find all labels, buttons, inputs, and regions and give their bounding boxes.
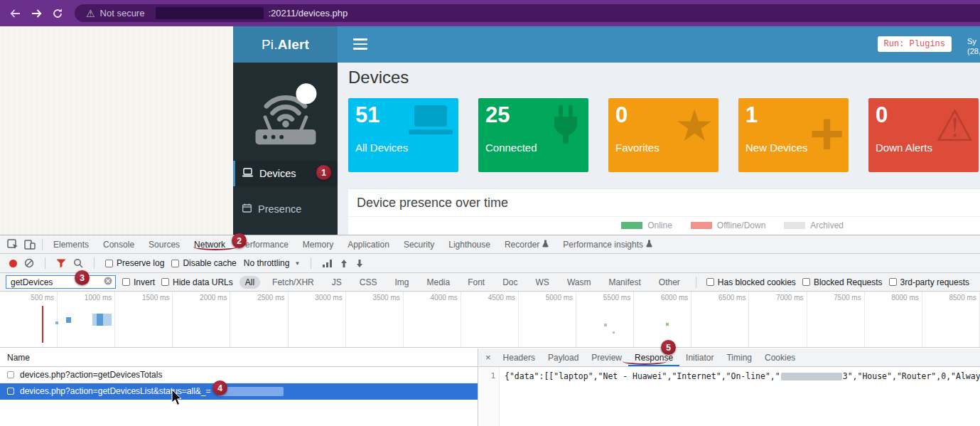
filter-pill-media[interactable]: Media xyxy=(421,276,456,289)
device-toolbar-icon[interactable] xyxy=(21,240,38,250)
sidebar-item-presence[interactable]: Presence xyxy=(233,196,338,222)
filter-pill-wasm[interactable]: Wasm xyxy=(561,276,597,289)
annotation-badge-3: 3 xyxy=(75,270,90,285)
divider xyxy=(94,257,95,269)
checkbox[interactable] xyxy=(171,260,179,267)
throttling-dropdown[interactable]: No throttling ▼ xyxy=(244,258,301,268)
tab-label: Timing xyxy=(726,353,752,363)
page-title: Devices xyxy=(348,68,980,87)
tab-headers[interactable]: Headers xyxy=(497,348,542,366)
legend-swatch-offline xyxy=(691,222,712,229)
forward-icon[interactable] xyxy=(31,8,43,19)
tab-application[interactable]: Application xyxy=(340,235,397,253)
stat-card-all-devices[interactable]: 51 All Devices xyxy=(348,98,458,172)
checkbox[interactable] xyxy=(161,278,169,286)
filter-pill-img[interactable]: Img xyxy=(389,276,414,289)
tab-elements[interactable]: Elements xyxy=(46,235,96,253)
tab-memory[interactable]: Memory xyxy=(296,235,340,253)
waterfall-dot xyxy=(613,331,615,334)
line-number-gutter: 1 xyxy=(478,367,500,426)
tab-recorder[interactable]: Recorder xyxy=(497,235,556,253)
network-conditions-icon[interactable] xyxy=(322,259,333,267)
corner-line1: Sy xyxy=(967,36,980,46)
hide-data-urls-checkbox[interactable]: Hide data URLs xyxy=(161,277,233,287)
tab-label: Recorder xyxy=(505,240,539,250)
tab-preview[interactable]: Preview xyxy=(585,348,628,366)
brand-logo[interactable]: Pi.Alert xyxy=(233,26,338,63)
tab-cookies[interactable]: Cookies xyxy=(758,348,802,366)
checkbox-label: Has blocked cookies xyxy=(718,277,796,287)
divider xyxy=(311,257,311,269)
legend-label: Archived xyxy=(810,220,844,230)
filter-funnel-icon[interactable] xyxy=(56,259,66,268)
legend-archived: Archived xyxy=(784,220,844,230)
filter-pill-manifest[interactable]: Manifest xyxy=(603,276,646,289)
tab-initiator[interactable]: Initiator xyxy=(679,348,720,366)
filter-pill-font[interactable]: Font xyxy=(462,276,490,289)
navbar-corner-text: Sy (28, xyxy=(967,36,980,56)
legend-offline: Offline/Down xyxy=(691,220,765,230)
invert-checkbox[interactable]: Invert xyxy=(122,277,155,287)
checkbox[interactable] xyxy=(802,278,810,286)
disable-cache-checkbox[interactable]: Disable cache xyxy=(171,258,236,268)
stat-card-connected[interactable]: 25 Connected xyxy=(478,98,588,172)
tab-payload[interactable]: Payload xyxy=(542,348,585,366)
third-party-requests-checkbox[interactable]: 3rd-party requests xyxy=(889,277,969,287)
brand-prefix: Pi. xyxy=(262,37,278,53)
blocked-requests-checkbox[interactable]: Blocked Requests xyxy=(802,277,883,287)
checkbox[interactable] xyxy=(889,278,897,286)
clear-icon[interactable] xyxy=(24,258,34,268)
record-button[interactable] xyxy=(9,260,17,267)
checkbox[interactable] xyxy=(122,278,130,286)
tab-performance-insights[interactable]: Performance insights xyxy=(556,235,659,253)
has-blocked-cookies-checkbox[interactable]: Has blocked cookies xyxy=(706,277,796,287)
import-har-icon[interactable] xyxy=(340,259,348,268)
warning-icon: ⚠ xyxy=(935,104,974,148)
tab-console[interactable]: Console xyxy=(96,235,141,253)
tab-label: Console xyxy=(103,240,134,250)
export-har-icon[interactable] xyxy=(355,259,364,268)
legend-swatch-archived xyxy=(784,222,805,229)
stat-card-down-alerts[interactable]: 0 Down Alerts ⚠ xyxy=(868,98,979,172)
filter-pill-other[interactable]: Other xyxy=(653,276,686,289)
request-row-selected[interactable]: devices.php?action=getDevicesList&status… xyxy=(0,383,478,400)
filter-pill-doc[interactable]: Doc xyxy=(497,276,523,289)
checkbox-label: 3rd-party requests xyxy=(900,277,969,287)
close-icon[interactable]: × xyxy=(485,352,491,363)
back-icon[interactable] xyxy=(9,8,21,19)
devtools-tab-bar: Elements Console Sources Network Perform… xyxy=(0,235,980,254)
reload-icon[interactable] xyxy=(52,8,63,19)
filter-pill-js[interactable]: JS xyxy=(326,276,348,289)
inspect-element-icon[interactable] xyxy=(4,239,21,250)
search-icon[interactable] xyxy=(73,258,83,268)
filter-pill-ws[interactable]: WS xyxy=(530,276,555,289)
tab-security[interactable]: Security xyxy=(397,235,441,253)
checkbox[interactable] xyxy=(706,278,714,286)
timeline-label: 500 ms xyxy=(0,292,58,347)
network-overview-timeline[interactable]: 500 ms 1000 ms 1500 ms 2000 ms 2500 ms 3… xyxy=(0,292,980,348)
tab-label: Payload xyxy=(548,353,578,363)
tab-sources[interactable]: Sources xyxy=(141,235,187,253)
timeline-label: 6500 ms xyxy=(691,292,749,347)
preserve-log-checkbox[interactable]: Preserve log xyxy=(105,258,164,268)
filter-input[interactable]: getDevices xyxy=(6,275,116,289)
hamburger-menu-icon[interactable] xyxy=(353,38,367,53)
clear-filter-icon[interactable] xyxy=(104,277,112,287)
request-doc-icon xyxy=(7,388,14,395)
throttling-value: No throttling xyxy=(244,258,290,268)
stat-card-favorites[interactable]: 0 Favorites ★ xyxy=(608,98,718,172)
request-list-header[interactable]: Name xyxy=(0,348,478,367)
response-viewer[interactable]: 1 {"data":[["laptop","Net - Huawei","Int… xyxy=(478,367,980,426)
stat-card-new-devices[interactable]: 1 New Devices + xyxy=(738,98,849,172)
request-row[interactable]: devices.php?action=getDevicesTotals xyxy=(0,367,478,383)
checkbox[interactable] xyxy=(105,260,113,267)
run-plugins-button[interactable]: Run: Plugins xyxy=(878,36,952,52)
filter-pill-css[interactable]: CSS xyxy=(354,276,383,289)
filter-pill-all[interactable]: All xyxy=(239,276,260,289)
tab-lighthouse[interactable]: Lighthouse xyxy=(441,235,497,253)
tab-label: Security xyxy=(404,240,434,250)
annotation-badge-1: 1 xyxy=(316,165,331,180)
address-bar[interactable]: ⚠ Not secure :20211/devices.php xyxy=(75,4,980,22)
filter-pill-fetch-xhr[interactable]: Fetch/XHR xyxy=(266,276,320,289)
tab-timing[interactable]: Timing xyxy=(720,348,758,366)
